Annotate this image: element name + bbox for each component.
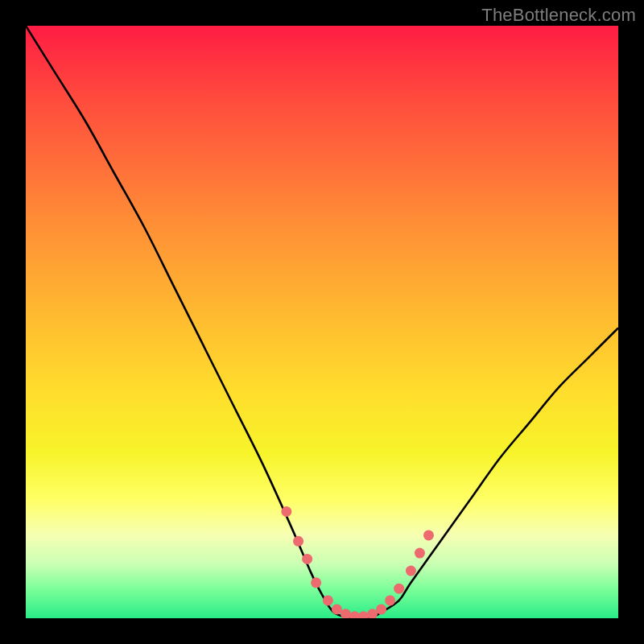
- highlight-dot: [423, 530, 434, 540]
- highlight-dot: [376, 604, 386, 614]
- highlight-dot: [281, 506, 291, 517]
- bottleneck-curve: [26, 26, 618, 618]
- highlight-dot: [406, 566, 416, 576]
- chart-frame: TheBottleneck.com: [0, 0, 644, 644]
- highlight-dot: [323, 595, 333, 605]
- highlight-dot: [367, 609, 378, 618]
- highlight-dot: [358, 611, 369, 618]
- watermark-text: TheBottleneck.com: [481, 5, 636, 26]
- highlight-dot: [341, 609, 351, 618]
- highlight-dot: [332, 604, 342, 614]
- highlight-dot: [385, 595, 395, 605]
- plot-area: [26, 26, 618, 618]
- highlight-dot: [349, 611, 360, 618]
- highlight-dot: [293, 536, 303, 547]
- highlight-dot: [415, 548, 425, 559]
- chart-svg: [26, 26, 618, 618]
- highlight-dot: [394, 584, 404, 594]
- highlight-dot: [311, 577, 321, 588]
- highlight-dots: [281, 506, 434, 618]
- highlight-dot: [302, 554, 312, 564]
